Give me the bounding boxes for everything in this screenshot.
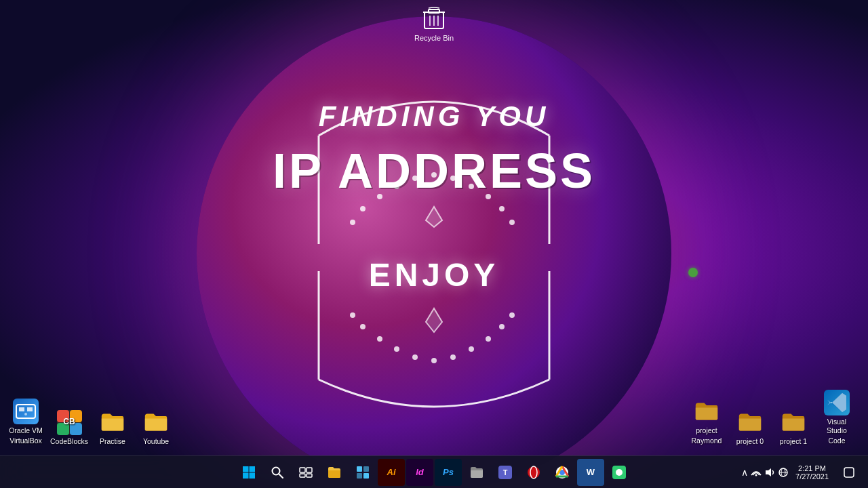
- badge-content: FINDING YOU IP ADDRESS ENJOY: [264, 54, 604, 447]
- taskbar-right: ∧ 2:21 PM 7/27/2021: [741, 459, 863, 486]
- svg-rect-52: [300, 468, 305, 472]
- widgets-button[interactable]: [349, 459, 376, 486]
- codeblocks-label: CodeBlocks: [50, 437, 88, 445]
- file-explorer-button[interactable]: [321, 459, 348, 486]
- search-button[interactable]: [264, 459, 291, 486]
- desktop-icon-codeblocks[interactable]: CB CodeBlocks: [49, 409, 90, 445]
- indesign-button[interactable]: Id: [406, 459, 433, 486]
- chrome-icon: [555, 465, 570, 480]
- svg-rect-49: [250, 472, 256, 479]
- project-raymond-label1: project: [696, 426, 717, 435]
- project-0-icon: [737, 409, 763, 435]
- svg-rect-57: [363, 466, 369, 472]
- app-icon: [612, 465, 627, 480]
- svg-rect-55: [307, 474, 312, 477]
- language-icon: [778, 467, 789, 478]
- practise-label: Practise: [100, 437, 125, 445]
- chrome-button[interactable]: [549, 459, 576, 486]
- system-clock[interactable]: 2:21 PM 7/27/2021: [793, 464, 831, 481]
- taskbar: Ai Id Ps T: [0, 455, 868, 488]
- word-icon: W: [587, 467, 595, 477]
- svg-text:CB: CB: [63, 417, 75, 426]
- svg-line-51: [279, 474, 283, 478]
- photoshop-icon: Ps: [443, 467, 454, 477]
- practise-icon: [100, 409, 125, 435]
- opera-icon: [526, 465, 541, 480]
- app-button[interactable]: [606, 459, 633, 486]
- project-raymond-icon: [694, 399, 719, 424]
- network-icon: [751, 467, 762, 478]
- svg-point-69: [755, 474, 757, 476]
- desktop-icons-right: project Raymond project 0 project 1: [681, 384, 863, 451]
- notification-icon: [844, 467, 854, 478]
- recycle-bin-icon[interactable]: Recycle Bin: [414, 5, 454, 42]
- search-icon: [271, 466, 284, 479]
- desktop-icon-practise[interactable]: Practise: [92, 409, 133, 445]
- svg-point-68: [616, 469, 623, 476]
- youtube-icon: [143, 409, 169, 435]
- svg-rect-56: [357, 466, 362, 472]
- svg-point-39: [24, 413, 27, 415]
- vscode-label1: Visual Studio: [816, 418, 857, 434]
- indesign-icon: Id: [416, 467, 424, 477]
- widgets-icon: [356, 466, 370, 479]
- volume-icon: [764, 467, 775, 478]
- folder-icon: [469, 465, 484, 480]
- oracle-vm-label-line1: Oracle VM: [9, 426, 43, 435]
- project-0-label: project 0: [736, 437, 764, 445]
- desktop-icon-project-raymond[interactable]: project Raymond: [686, 399, 727, 445]
- svg-point-62: [528, 466, 540, 479]
- task-view-button[interactable]: [292, 459, 319, 486]
- desktop-icon-youtube[interactable]: Youtube: [136, 409, 176, 445]
- svg-rect-54: [300, 474, 305, 477]
- windows-logo-icon: [242, 466, 256, 479]
- svg-text:T: T: [503, 468, 508, 476]
- vscode-icon: [824, 390, 850, 415]
- cursor: [688, 268, 698, 277]
- svg-rect-58: [357, 473, 362, 479]
- svg-point-66: [560, 470, 564, 474]
- illustrator-button[interactable]: Ai: [378, 459, 405, 486]
- svg-rect-48: [243, 472, 249, 479]
- desktop-icon-vscode[interactable]: Visual Studio Code: [816, 390, 857, 445]
- project-1-icon: [781, 409, 806, 435]
- svg-rect-74: [844, 468, 854, 477]
- finding-you-text: FINDING YOU: [319, 100, 550, 133]
- clock-date: 7/27/2021: [795, 472, 829, 481]
- start-button[interactable]: [235, 459, 262, 486]
- recycle-bin-graphic: [420, 5, 448, 33]
- clock-time: 2:21 PM: [798, 464, 826, 472]
- youtube-label: Youtube: [143, 437, 169, 445]
- oracle-vm-label-line2: VirtualBox: [9, 436, 42, 445]
- video-thumbnail[interactable]: FINDING YOU IP ADDRESS ENJOY: [244, 37, 624, 464]
- svg-marker-70: [766, 468, 771, 476]
- enjoy-text: ENJOY: [369, 256, 500, 293]
- oracle-vm-icon: [13, 399, 39, 424]
- folder-button[interactable]: [463, 459, 490, 486]
- illustrator-icon: Ai: [387, 467, 396, 477]
- project-1-label: project 1: [780, 437, 807, 445]
- desktop-icon-project-0[interactable]: project 0: [730, 409, 770, 445]
- badge-frame: FINDING YOU IP ADDRESS ENJOY: [264, 54, 604, 447]
- svg-rect-46: [243, 466, 249, 472]
- ip-address-text: IP ADDRESS: [273, 146, 595, 195]
- system-tray: ∧: [741, 467, 789, 478]
- task-view-icon: [299, 466, 313, 479]
- word-button[interactable]: W: [577, 459, 604, 486]
- teams-icon: T: [498, 465, 513, 480]
- notification-button[interactable]: [835, 459, 863, 486]
- svg-rect-37: [19, 407, 24, 411]
- svg-rect-59: [363, 473, 369, 479]
- svg-rect-53: [307, 468, 312, 472]
- photoshop-button[interactable]: Ps: [435, 459, 462, 486]
- chevron-up-icon[interactable]: ∧: [741, 467, 748, 478]
- taskbar-center: Ai Id Ps T: [235, 459, 633, 486]
- desktop-icon-project-1[interactable]: project 1: [773, 409, 814, 445]
- desktop-icon-oracle-vm[interactable]: Oracle VM VirtualBox: [5, 399, 46, 445]
- opera-button[interactable]: [520, 459, 547, 486]
- codeblocks-icon: CB: [56, 409, 82, 435]
- teams-button[interactable]: T: [492, 459, 519, 486]
- vscode-label2: Code: [828, 436, 845, 445]
- project-raymond-label2: Raymond: [692, 436, 722, 445]
- svg-rect-38: [27, 407, 33, 411]
